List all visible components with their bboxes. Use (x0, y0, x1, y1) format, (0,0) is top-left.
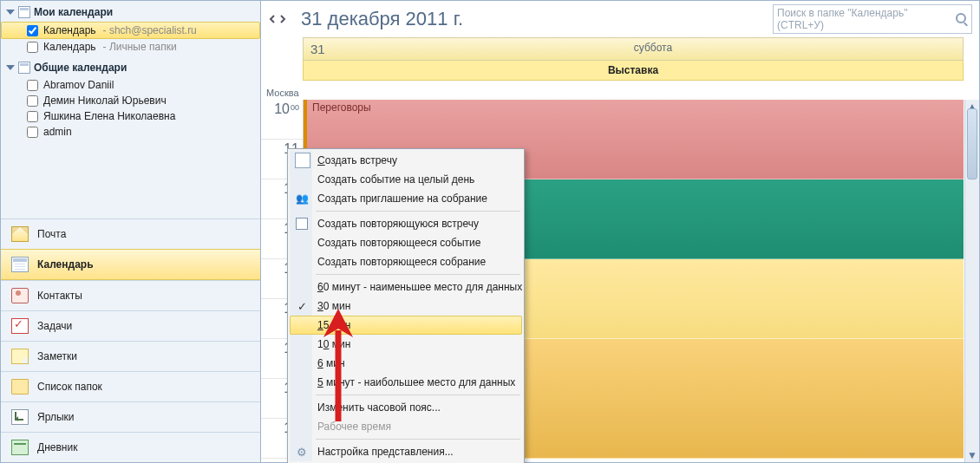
gear-icon (295, 445, 309, 459)
calendar-icon (11, 257, 29, 272)
search-icon[interactable] (956, 13, 968, 25)
mail-icon (11, 226, 29, 242)
vertical-scrollbar[interactable]: ▲ ▼ (964, 100, 979, 462)
ctx-10min[interactable]: 10 мин (290, 335, 522, 354)
nav-folders[interactable]: Список папок (1, 371, 260, 401)
nav-tasks[interactable]: Задачи (1, 310, 260, 341)
journal-icon (11, 440, 29, 455)
ctx-create-meeting[interactable]: Создать приглашение на собрание (290, 189, 522, 208)
check-icon (295, 299, 309, 313)
nav-pane: Почта Календарь Контакты Задачи Заметки … (1, 218, 260, 462)
collapse-icon (6, 65, 15, 70)
all-day-event[interactable]: Выставка (608, 64, 658, 76)
ctx-change-tz[interactable]: Изменить часовой пояс... (290, 398, 522, 417)
nav-shortcuts[interactable]: Ярлыки (1, 401, 260, 432)
calendar-checkbox[interactable] (27, 25, 38, 36)
ctx-15min[interactable]: 15 мин (290, 316, 522, 335)
nav-mail[interactable]: Почта (1, 218, 260, 249)
topbar: 31 декабря 2011 г. Поиск в папке "Календ… (261, 1, 979, 37)
notes-icon (11, 349, 29, 364)
date-title: 31 декабря 2011 г. (301, 8, 463, 30)
ctx-5min[interactable]: 5 минут - наибольшее место для данных (290, 373, 522, 392)
ctx-recur-appt[interactable]: Создать повторяющуюся встречу (290, 214, 522, 233)
day-name: суббота (343, 38, 963, 60)
collapse-icon (6, 10, 15, 15)
day-header[interactable]: 31 суббота (303, 37, 964, 61)
shortcut-icon (11, 409, 29, 425)
calendar-checkbox[interactable] (27, 80, 38, 91)
calendar-checkbox[interactable] (27, 42, 38, 53)
shared-calendar-item[interactable]: Яшкина Елена Николаевна (1, 108, 260, 124)
tree-title: Общие календари (34, 62, 127, 74)
timezone-label: Москва (261, 86, 979, 100)
tree-title: Мои календари (34, 6, 113, 18)
scroll-down-icon[interactable]: ▼ (965, 448, 979, 462)
calendar-checkbox[interactable] (27, 127, 38, 138)
scroll-thumb[interactable] (967, 108, 977, 179)
ctx-view-settings[interactable]: Настройка представления... (290, 442, 522, 461)
calendar-icon (18, 62, 30, 74)
ctx-recur-event[interactable]: Создать повторяющееся событие (290, 233, 522, 252)
calendar-checkbox[interactable] (27, 95, 38, 107)
tree-my-calendars-header[interactable]: Мои календари (1, 4, 260, 22)
ctx-30min[interactable]: 30 мин (290, 297, 522, 316)
hour-label: 1000 (261, 100, 303, 140)
tree-shared-calendars-header[interactable]: Общие календари (1, 60, 260, 77)
shared-calendar-item[interactable]: admin (1, 124, 260, 140)
all-day-row[interactable]: Выставка (303, 61, 964, 81)
ctx-create-appointment[interactable]: Создать встречу (290, 151, 522, 170)
recur-icon (295, 217, 309, 231)
ctx-60min[interactable]: 60 минут - наименьшее место для данных (290, 277, 522, 297)
context-menu: Создать встречу Создать событие на целый… (287, 148, 525, 463)
search-input[interactable]: Поиск в папке "Календарь" (CTRL+У) (773, 4, 972, 34)
calendar-icon (18, 6, 30, 18)
sidebar: Мои календари Календарь - shch@specialis… (1, 1, 261, 462)
shared-calendar-item[interactable]: Демин Николай Юрьевич (1, 93, 260, 108)
folder-icon (11, 379, 29, 395)
calendar-item-personal[interactable]: Календарь - Личные папки (1, 39, 260, 55)
ctx-work-time: Рабочее время (290, 417, 522, 436)
search-placeholder: Поиск в папке "Календарь" (CTRL+У) (777, 7, 956, 31)
contacts-icon (11, 288, 29, 303)
shared-calendar-item[interactable]: Abramov Daniil (1, 77, 260, 93)
next-day-button[interactable] (278, 12, 287, 26)
calendar-item-own[interactable]: Календарь - shch@specialist.ru (1, 22, 260, 39)
event-title: Переговоры (312, 101, 371, 114)
nav-journal[interactable]: Дневник (1, 432, 260, 462)
nav-calendar[interactable]: Календарь (1, 249, 260, 280)
calendar-checkbox[interactable] (27, 111, 38, 122)
ctx-create-allday[interactable]: Создать событие на целый день (290, 170, 522, 189)
ctx-6min[interactable]: 6 мин (290, 354, 522, 373)
people-icon (295, 192, 309, 205)
tasks-icon (11, 318, 29, 334)
day-number: 31 (304, 38, 343, 60)
prev-day-button[interactable] (268, 12, 277, 26)
nav-notes[interactable]: Заметки (1, 341, 260, 371)
nav-contacts[interactable]: Контакты (1, 280, 260, 310)
calendar-icon (295, 153, 310, 168)
ctx-recur-meeting[interactable]: Создать повторяющееся собрание (290, 252, 522, 271)
